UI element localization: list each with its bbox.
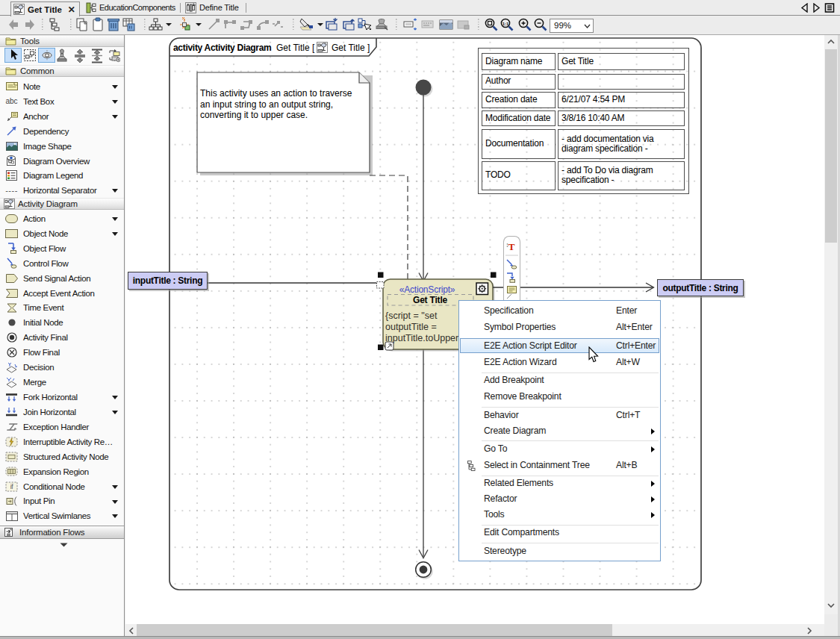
svg-text:Get Title ]: Get Title ] [332,43,370,53]
svg-text:This activity uses an action t: This activity uses an action to traverse [200,88,352,99]
svg-text:inputTitle.toUpper: inputTitle.toUpper [385,333,458,343]
svg-text:Get Title [: Get Title [ [276,43,315,53]
svg-text:T: T [508,241,515,252]
svg-text:converting it to upper case.: converting it to upper case. [200,110,308,120]
svg-text:«ActionScript»: «ActionScript» [399,284,455,295]
svg-text:an input string to an output s: an input string to an output string, [200,99,333,110]
svg-text:activity Activity Diagram: activity Activity Diagram [173,43,271,53]
svg-text:{script = "set: {script = "set [385,311,438,321]
svg-text:1:1: 1:1 [503,22,509,26]
svg-text:outputTitle =: outputTitle = [385,322,437,332]
svg-text:Get Title: Get Title [413,295,448,305]
